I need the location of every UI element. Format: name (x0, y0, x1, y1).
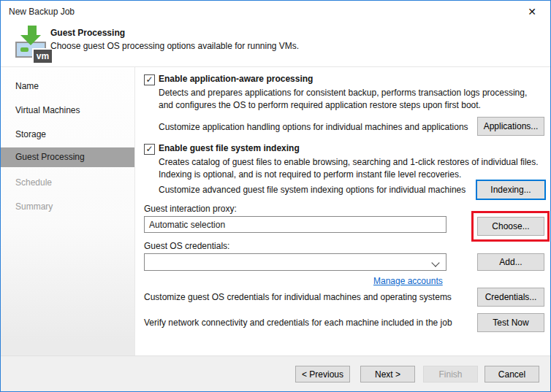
sidebar-item-virtual-machines[interactable]: Virtual Machines (1, 101, 134, 120)
indexing-customize-text: Customize advanced guest file system ind… (159, 185, 466, 195)
test-now-button-label: Test Now (493, 318, 528, 328)
sidebar-item-summary[interactable]: Summary (1, 197, 134, 217)
app-aware-label: Enable application-aware processing (159, 74, 313, 84)
wizard-footer: < Previous Next > Finish Cancel (1, 356, 550, 391)
test-connectivity-text: Verify network connectivity and credenti… (144, 318, 452, 328)
sidebar-item-storage[interactable]: Storage (1, 125, 134, 145)
sidebar-item-guest-processing[interactable]: Guest Processing (1, 147, 134, 167)
checkmark-icon: ✓ (145, 144, 153, 154)
add-button-label: Add... (499, 257, 522, 267)
app-aware-description: Detects and prepares applications for co… (159, 87, 540, 112)
manage-accounts-link[interactable]: Manage accounts (373, 276, 443, 286)
applications-button-label: Applications... (484, 121, 539, 131)
wizard-body: Name Virtual Machines Storage Guest Proc… (1, 67, 550, 356)
sidebar-item-schedule[interactable]: Schedule (1, 173, 134, 193)
indexing-label: Enable guest file system indexing (159, 143, 300, 153)
download-arrow-stem (26, 26, 38, 35)
finish-button-label: Finish (438, 369, 462, 380)
window-title: New Backup Job (9, 7, 75, 17)
download-arrow-head (20, 35, 41, 45)
new-backup-job-dialog: New Backup Job ✕ vm Guest Processing Cho… (0, 0, 551, 392)
finish-button[interactable]: Finish (423, 366, 478, 383)
guest-processing-content: ✓ Enable application-aware processing De… (135, 67, 550, 356)
app-aware-customize-text: Customize application handling options f… (159, 122, 468, 132)
vm-panel-dash (20, 47, 28, 52)
interaction-proxy-field[interactable]: Automatic selection (144, 216, 446, 233)
close-icon: ✕ (528, 6, 536, 18)
vm-backup-icon: vm (15, 26, 50, 64)
app-aware-checkbox[interactable]: ✓ (144, 74, 155, 85)
wizard-steps-sidebar: Name Virtual Machines Storage Guest Proc… (1, 67, 135, 356)
indexing-button-label: Indexing... (490, 185, 531, 195)
choose-button-label: Choose... (492, 221, 529, 231)
checkmark-icon: ✓ (145, 74, 153, 85)
credentials-customize-text: Customize guest OS credentials for indiv… (144, 292, 452, 302)
add-button[interactable]: Add... (477, 253, 544, 271)
credentials-button-label: Credentials... (485, 292, 537, 302)
vm-badge: vm (32, 48, 52, 63)
title-bar: New Backup Job ✕ (1, 1, 550, 23)
credentials-button[interactable]: Credentials... (477, 288, 544, 307)
choose-button[interactable]: Choose... (477, 217, 544, 236)
page-subtitle: Choose guest OS processing options avail… (50, 41, 299, 51)
guest-credentials-label: Guest OS credentials: (144, 241, 229, 251)
close-button[interactable]: ✕ (520, 4, 544, 20)
cancel-button[interactable]: Cancel (484, 366, 539, 383)
next-button[interactable]: Next > (360, 366, 415, 383)
cancel-button-label: Cancel (498, 369, 525, 380)
previous-button-label: < Previous (302, 369, 343, 380)
wizard-header: vm Guest Processing Choose guest OS proc… (1, 23, 550, 67)
indexing-checkbox[interactable]: ✓ (144, 144, 155, 155)
applications-button[interactable]: Applications... (477, 117, 544, 136)
sidebar-item-name[interactable]: Name (1, 77, 134, 96)
previous-button[interactable]: < Previous (295, 366, 350, 383)
chevron-down-icon (431, 258, 439, 266)
next-button-label: Next > (375, 369, 400, 380)
interaction-proxy-label: Guest interaction proxy: (144, 204, 237, 214)
guest-credentials-combobox[interactable] (144, 253, 446, 271)
indexing-description: Creates catalog of guest files to enable… (159, 156, 540, 181)
interaction-proxy-value: Automatic selection (149, 220, 225, 230)
indexing-button[interactable]: Indexing... (476, 180, 546, 200)
test-now-button[interactable]: Test Now (477, 313, 544, 332)
page-title: Guest Processing (50, 28, 125, 38)
